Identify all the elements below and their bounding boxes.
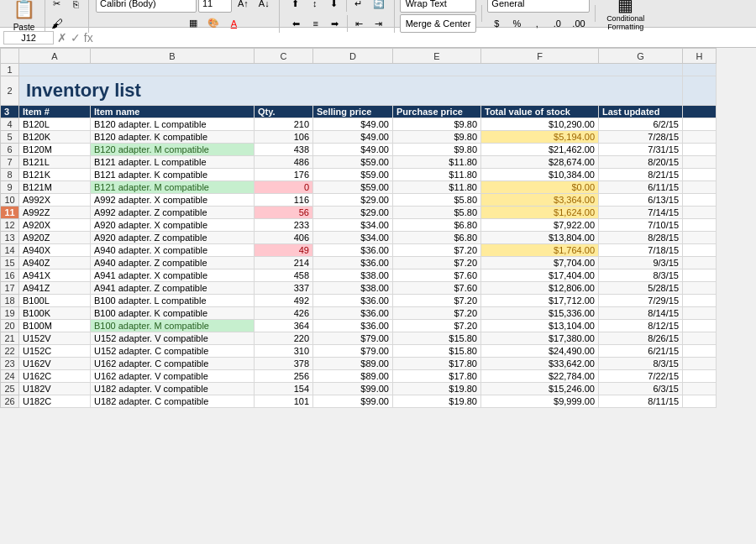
cell[interactable]: [19, 64, 683, 76]
cell-purchase[interactable]: $7.60: [393, 269, 481, 282]
cell-item[interactable]: A941X: [19, 269, 91, 282]
formula-input[interactable]: [97, 33, 753, 43]
spreadsheet-container[interactable]: A B C D E F G H 1 2 Inventory list: [0, 48, 756, 525]
cell-item[interactable]: B121L: [19, 156, 91, 169]
cell-qty[interactable]: 233: [255, 219, 313, 232]
col-header-f[interactable]: F: [481, 49, 599, 64]
align-bottom-button[interactable]: ⬇: [325, 0, 344, 13]
cell-updated[interactable]: 8/26/15: [599, 332, 683, 345]
cell-sell[interactable]: $36.00: [313, 257, 393, 269]
cell-updated[interactable]: 6/13/15: [599, 194, 683, 207]
cell-total[interactable]: $9,999.00: [481, 395, 599, 408]
cell-extra[interactable]: [683, 320, 717, 332]
copy-button[interactable]: ⎘: [66, 0, 85, 13]
cell-extra[interactable]: [683, 131, 717, 144]
cell-total[interactable]: $13,104.00: [481, 320, 599, 332]
col-header-c[interactable]: C: [255, 49, 313, 64]
paste-button[interactable]: 📋: [8, 0, 39, 23]
cell-extra[interactable]: [683, 295, 717, 307]
cell-sell[interactable]: $49.00: [313, 131, 393, 144]
cell-extra[interactable]: [683, 181, 717, 194]
comma-button[interactable]: ,: [528, 14, 546, 33]
increase-font-button[interactable]: A↑: [234, 0, 253, 13]
cell-extra[interactable]: [683, 156, 717, 169]
fill-color-button[interactable]: 🎨: [203, 14, 223, 33]
cell-name[interactable]: B100 adapter. M compatible: [91, 320, 255, 332]
cell-updated[interactable]: 5/28/15: [599, 282, 683, 295]
align-middle-button[interactable]: ↕: [306, 0, 324, 13]
header-sell[interactable]: Selling price: [313, 106, 393, 118]
cell-sell[interactable]: $34.00: [313, 232, 393, 244]
cell-qty[interactable]: 378: [255, 358, 313, 370]
cell-name[interactable]: B100 adapter. L compatible: [91, 295, 255, 307]
increase-indent-button[interactable]: ⇥: [370, 14, 388, 33]
cell-total[interactable]: $15,246.00: [481, 383, 599, 395]
cell-total[interactable]: $10,384.00: [481, 169, 599, 181]
header-item[interactable]: Item #: [19, 106, 91, 118]
cell-updated[interactable]: 6/21/15: [599, 345, 683, 358]
cell-sell[interactable]: $36.00: [313, 307, 393, 320]
cell-item[interactable]: U162C: [19, 370, 91, 383]
cell-purchase[interactable]: $17.80: [393, 358, 481, 370]
cell-updated[interactable]: 7/14/15: [599, 207, 683, 219]
cell-qty[interactable]: 210: [255, 118, 313, 131]
cell-sell[interactable]: $36.00: [313, 244, 393, 257]
col-header-h[interactable]: H: [683, 49, 717, 64]
cell-updated[interactable]: 7/29/15: [599, 295, 683, 307]
cell-total[interactable]: $7,922.00: [481, 219, 599, 232]
cell-purchase[interactable]: $6.80: [393, 232, 481, 244]
decrease-font-button[interactable]: A↓: [255, 0, 274, 13]
font-color-button[interactable]: A: [224, 14, 243, 33]
col-header-a[interactable]: A: [19, 49, 91, 64]
cell-extra[interactable]: [683, 383, 717, 395]
cell-item[interactable]: A940X: [19, 244, 91, 257]
cell-name[interactable]: B100 adapter. K compatible: [91, 307, 255, 320]
cell-extra[interactable]: [683, 232, 717, 244]
cell-name[interactable]: A920 adapter. X compatible: [91, 219, 255, 232]
cell-purchase[interactable]: $6.80: [393, 219, 481, 232]
cell-extra[interactable]: [683, 395, 717, 408]
cell-qty[interactable]: 492: [255, 295, 313, 307]
cell-extra[interactable]: [683, 219, 717, 232]
cell-total[interactable]: $21,462.00: [481, 144, 599, 156]
cell-qty[interactable]: 116: [255, 194, 313, 207]
currency-button[interactable]: $: [487, 14, 506, 33]
cell-updated[interactable]: 6/3/15: [599, 383, 683, 395]
header-name[interactable]: Item name: [91, 106, 255, 118]
decrease-decimal-button[interactable]: .0: [548, 14, 566, 33]
cell-qty[interactable]: 101: [255, 395, 313, 408]
cell-item[interactable]: A920Z: [19, 232, 91, 244]
cell-qty[interactable]: 154: [255, 383, 313, 395]
cell-item[interactable]: U182C: [19, 395, 91, 408]
cell-sell[interactable]: $89.00: [313, 358, 393, 370]
cell-sell[interactable]: $49.00: [313, 118, 393, 131]
cell-total[interactable]: $22,784.00: [481, 370, 599, 383]
cell-total[interactable]: $12,806.00: [481, 282, 599, 295]
cell-purchase[interactable]: $19.80: [393, 395, 481, 408]
cell-total[interactable]: $1,624.00: [481, 207, 599, 219]
cell-sell[interactable]: $99.00: [313, 383, 393, 395]
cell-name[interactable]: A992 adapter. X compatible: [91, 194, 255, 207]
cell-sell[interactable]: $29.00: [313, 207, 393, 219]
cell-sell[interactable]: $34.00: [313, 219, 393, 232]
cell-name[interactable]: A940 adapter. Z compatible: [91, 257, 255, 269]
cell-purchase[interactable]: $15.80: [393, 332, 481, 345]
cell-qty[interactable]: 256: [255, 370, 313, 383]
cell-total[interactable]: $33,642.00: [481, 358, 599, 370]
cell-purchase[interactable]: $17.80: [393, 370, 481, 383]
cell-total[interactable]: $15,336.00: [481, 307, 599, 320]
font-family-selector[interactable]: Calibri (Body): [96, 0, 197, 13]
cell-updated[interactable]: 8/21/15: [599, 169, 683, 181]
cell-name[interactable]: A940 adapter. X compatible: [91, 244, 255, 257]
cell-total[interactable]: $28,674.00: [481, 156, 599, 169]
cell-item[interactable]: B120M: [19, 144, 91, 156]
cell[interactable]: [683, 64, 717, 76]
cell-purchase[interactable]: $5.80: [393, 207, 481, 219]
cell-sell[interactable]: $36.00: [313, 295, 393, 307]
cell-purchase[interactable]: $7.20: [393, 320, 481, 332]
cell-total[interactable]: $10,290.00: [481, 118, 599, 131]
cell-qty[interactable]: 56: [255, 207, 313, 219]
cell-total[interactable]: $13,804.00: [481, 232, 599, 244]
bold-button[interactable]: [126, 14, 144, 33]
cell-updated[interactable]: 6/11/15: [599, 181, 683, 194]
